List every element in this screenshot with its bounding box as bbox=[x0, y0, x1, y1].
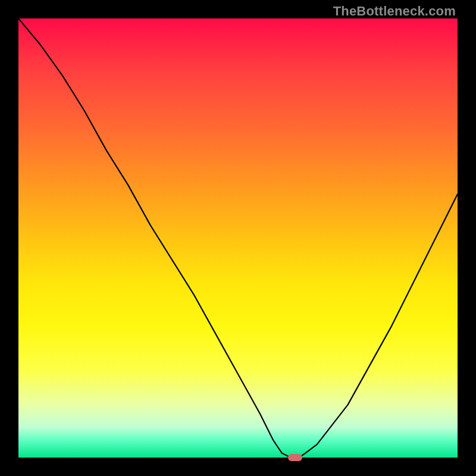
curve-path bbox=[18, 18, 458, 458]
plot-area bbox=[18, 18, 458, 458]
site-watermark: TheBottleneck.com bbox=[333, 4, 456, 19]
optimum-marker bbox=[288, 454, 302, 461]
chart-root: TheBottleneck.com bbox=[0, 0, 476, 476]
bottleneck-curve bbox=[18, 18, 458, 458]
